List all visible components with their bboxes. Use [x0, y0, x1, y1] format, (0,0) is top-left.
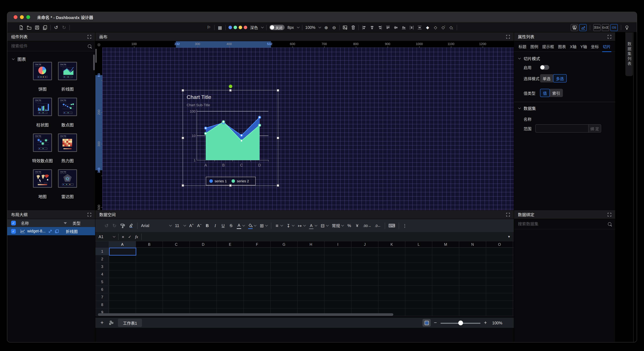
chevron-down-icon[interactable] — [113, 235, 116, 238]
column-header[interactable]: L — [405, 241, 432, 248]
export-image-icon[interactable] — [342, 25, 348, 30]
legend-label-series2[interactable]: series 2 — [237, 179, 249, 183]
column-header[interactable]: N — [459, 241, 486, 248]
column-header[interactable]: M — [432, 241, 459, 248]
tab-x-axis[interactable]: X轴 — [570, 41, 576, 52]
zoom-window-button[interactable] — [26, 15, 30, 19]
zoom-in-sheet-button[interactable]: + — [484, 320, 487, 326]
legend-label-series1[interactable]: series 1 — [214, 179, 227, 183]
chart-view-button[interactable] — [579, 24, 587, 31]
undo-icon[interactable]: ↺ — [54, 25, 59, 30]
new-file-icon[interactable] — [19, 25, 24, 30]
column-header[interactable]: E — [217, 241, 244, 248]
align-center-horizontal-icon[interactable] — [370, 25, 374, 30]
column-header[interactable]: D — [190, 241, 217, 248]
component-search-input[interactable] — [11, 44, 88, 49]
chevron-down-icon[interactable] — [297, 26, 300, 28]
confirm-entry-icon[interactable]: ✓ — [128, 234, 131, 239]
more-options-icon[interactable]: ⋮ — [402, 222, 407, 229]
os-theme-button[interactable]: OS — [610, 24, 618, 31]
canvas-scroll-indicator[interactable] — [96, 49, 97, 63]
legend-dot-series1[interactable] — [209, 179, 213, 183]
font-size-select[interactable]: 11 — [175, 222, 186, 229]
text-wrap-icon[interactable]: ↦ — [298, 222, 302, 229]
grid-lines-toggle[interactable] — [422, 319, 431, 326]
zoom-in-icon[interactable]: ⊕ — [324, 25, 329, 30]
column-header[interactable]: G — [271, 241, 298, 248]
column-header[interactable]: K — [378, 241, 405, 248]
option-single[interactable]: 单选 — [540, 74, 553, 83]
filter-icon[interactable] — [64, 222, 67, 224]
resize-handle-e[interactable] — [277, 137, 279, 139]
type-column-header[interactable]: 类型 — [72, 220, 80, 226]
chevron-down-icon[interactable] — [261, 26, 264, 28]
layout-view-button[interactable] — [571, 24, 578, 31]
expand-panel-icon[interactable] — [506, 35, 510, 39]
translate-cn-en-button[interactable]: 文En — [593, 24, 600, 31]
dataset-list-vertical-tab[interactable]: 数据集列表 — [625, 32, 633, 76]
tab-y-axis[interactable]: Y轴 — [580, 41, 587, 52]
component-item-map[interactable]: Chart TitleChart Sub-Title 地图 — [30, 169, 55, 199]
fill-color-icon[interactable] — [248, 222, 252, 229]
minimize-window-button[interactable] — [20, 15, 24, 19]
selected-chart-widget[interactable]: Chart Title Chart Sub-Title 100 10 1 — [183, 90, 278, 185]
underline-icon[interactable]: U — [221, 222, 225, 229]
component-item-effect-scatter[interactable]: Chart TitleChart Sub-Title 特效散点图 — [30, 134, 55, 164]
enable-toggle[interactable] — [540, 65, 549, 70]
tab-chart[interactable]: 图表 — [558, 41, 566, 52]
distribute-horizontal-icon[interactable] — [409, 25, 414, 30]
resize-handle-w[interactable] — [182, 137, 184, 139]
decrease-font-icon[interactable]: A− — [197, 222, 202, 229]
column-header[interactable]: F — [244, 241, 271, 248]
open-file-icon[interactable] — [26, 25, 32, 30]
dataset-section[interactable]: 数据集 — [518, 105, 536, 111]
option-value[interactable]: 值 — [540, 89, 550, 97]
tab-legend[interactable]: 图例 — [530, 41, 538, 52]
vertical-align-icon[interactable]: ↧ — [286, 222, 290, 229]
align-top-icon[interactable] — [386, 25, 390, 30]
dataset-range-input[interactable] — [535, 124, 588, 133]
column-header-a[interactable]: A — [109, 241, 136, 248]
text-color-icon[interactable]: A — [237, 222, 241, 229]
align-left-icon[interactable] — [362, 25, 367, 30]
row-checkbox[interactable]: ✓ — [11, 229, 16, 233]
sheet-list-icon[interactable] — [109, 320, 114, 325]
horizontal-scrollbar[interactable] — [98, 313, 393, 316]
rotate-handle[interactable] — [229, 85, 232, 88]
expand-panel-icon[interactable] — [88, 213, 91, 216]
save-as-icon[interactable] — [42, 25, 48, 30]
redo-icon[interactable]: ↻ — [62, 25, 66, 30]
sheet-undo-icon[interactable]: ↺ — [104, 222, 109, 229]
expand-panel-icon[interactable] — [608, 35, 611, 39]
sheet-redo-icon[interactable]: ↻ — [112, 222, 117, 229]
column-header[interactable]: O — [486, 241, 513, 248]
expand-panel-icon[interactable] — [506, 213, 510, 216]
column-header[interactable]: H — [298, 241, 324, 248]
decrease-decimal-icon[interactable]: .0← — [375, 222, 381, 229]
tab-title[interactable]: 标题 — [518, 41, 526, 52]
select-all-corner[interactable] — [96, 241, 109, 248]
translate-en-cn-button[interactable]: En文 — [602, 24, 609, 31]
tab-tooltip[interactable]: 提示框 — [542, 41, 554, 52]
function-icon[interactable]: fx — [135, 234, 138, 239]
resize-handle-sw[interactable] — [182, 184, 184, 187]
resize-handle-nw[interactable] — [182, 89, 184, 92]
option-index[interactable]: 索引 — [550, 89, 563, 97]
horizontal-align-icon[interactable]: ≡ — [275, 222, 279, 229]
bring-to-front-icon[interactable]: ◆ — [425, 25, 430, 30]
column-header[interactable]: I — [324, 241, 352, 248]
canvas-zoom-label[interactable]: 100% — [305, 25, 315, 30]
select-all-checkbox[interactable]: ✓ — [11, 221, 16, 225]
slice-mode-section[interactable]: 切片模式 — [518, 56, 540, 62]
name-column-header[interactable]: 名称 — [21, 220, 29, 226]
formula-input[interactable] — [145, 234, 508, 239]
sidebar-scrollbar[interactable] — [93, 55, 95, 70]
component-item-bar[interactable]: Chart TitleChart Sub-Title 柱状图 — [30, 98, 55, 128]
legend-dot-series2[interactable] — [232, 179, 235, 183]
lightbulb-icon[interactable] — [624, 25, 630, 30]
percent-format-icon[interactable]: % — [347, 222, 352, 229]
column-header[interactable]: J — [352, 241, 378, 248]
cancel-entry-icon[interactable]: × — [122, 234, 124, 239]
expand-panel-icon[interactable] — [88, 35, 91, 39]
component-item-radar[interactable]: Chart TitleChart Sub-Title 雷达图 — [55, 169, 80, 199]
